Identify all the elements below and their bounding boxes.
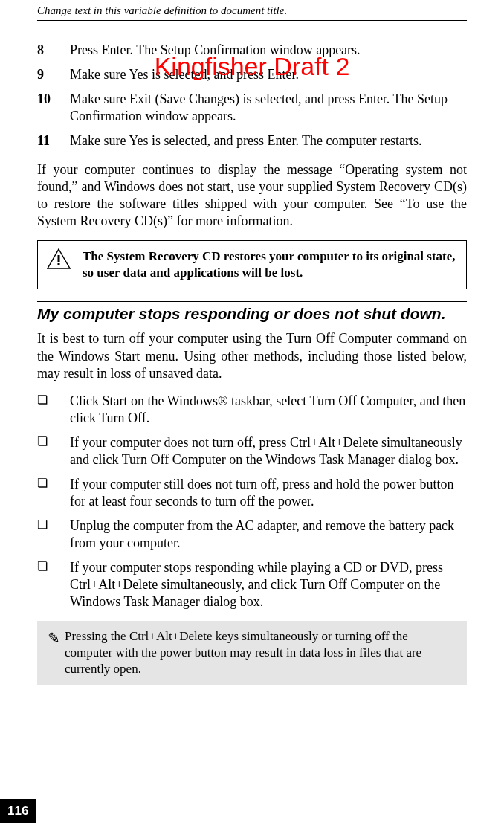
body-paragraph: If your computer continues to display th… <box>37 161 467 230</box>
step-number: 11 <box>37 132 70 149</box>
step-text: Press Enter. The Setup Confirmation wind… <box>70 42 361 59</box>
body-paragraph: It is best to turn off your computer usi… <box>37 330 467 381</box>
pencil-icon: ✎ <box>48 628 60 648</box>
bullet-icon: ❏ <box>37 434 70 449</box>
bullet-icon: ❏ <box>37 476 70 491</box>
step-text: Make sure Yes is selected, and press Ent… <box>70 132 422 149</box>
running-header: Change text in this variable definition … <box>37 0 467 21</box>
list-item: ❏ Unplug the computer from the AC adapte… <box>37 518 467 552</box>
step-number: 8 <box>37 42 70 59</box>
list-text: If your computer does not turn off, pres… <box>70 434 467 468</box>
section-heading: My computer stops responding or does not… <box>37 301 467 323</box>
bullet-list: ❏ Click Start on the Windows® taskbar, s… <box>37 393 467 610</box>
note-text: Pressing the Ctrl+Alt+Delete keys simult… <box>65 628 456 677</box>
numbered-steps: 8 Press Enter. The Setup Confirmation wi… <box>37 42 467 149</box>
list-text: Click Start on the Windows® taskbar, sel… <box>70 393 467 427</box>
step-text: Make sure Exit (Save Changes) is selecte… <box>70 91 467 125</box>
step-item: 9 Make sure Yes is selected, and press E… <box>37 66 467 83</box>
bullet-icon: ❏ <box>37 393 70 407</box>
list-item: ❏ Click Start on the Windows® taskbar, s… <box>37 393 467 427</box>
step-item: 10 Make sure Exit (Save Changes) is sele… <box>37 91 467 125</box>
step-text: Make sure Yes is selected, and press Ent… <box>70 66 299 83</box>
svg-rect-1 <box>58 255 60 262</box>
caution-box: The System Recovery CD restores your com… <box>37 240 467 289</box>
list-text: If your computer stops responding while … <box>70 559 467 610</box>
bullet-icon: ❏ <box>37 518 70 532</box>
note-box: ✎ Pressing the Ctrl+Alt+Delete keys simu… <box>37 621 467 685</box>
list-text: If your computer still does not turn off… <box>70 476 467 510</box>
step-item: 11 Make sure Yes is selected, and press … <box>37 132 467 149</box>
list-item: ❏ If your computer still does not turn o… <box>37 476 467 510</box>
page-number: 116 <box>0 799 36 823</box>
step-number: 10 <box>37 91 70 108</box>
bullet-icon: ❏ <box>37 559 70 574</box>
list-text: Unplug the computer from the AC adapter,… <box>70 518 467 552</box>
step-item: 8 Press Enter. The Setup Confirmation wi… <box>37 42 467 59</box>
step-number: 9 <box>37 66 70 83</box>
svg-rect-2 <box>58 263 60 265</box>
list-item: ❏ If your computer stops responding whil… <box>37 559 467 610</box>
caution-text: The System Recovery CD restores your com… <box>83 248 457 281</box>
warning-icon <box>47 248 71 269</box>
list-item: ❏ If your computer does not turn off, pr… <box>37 434 467 468</box>
